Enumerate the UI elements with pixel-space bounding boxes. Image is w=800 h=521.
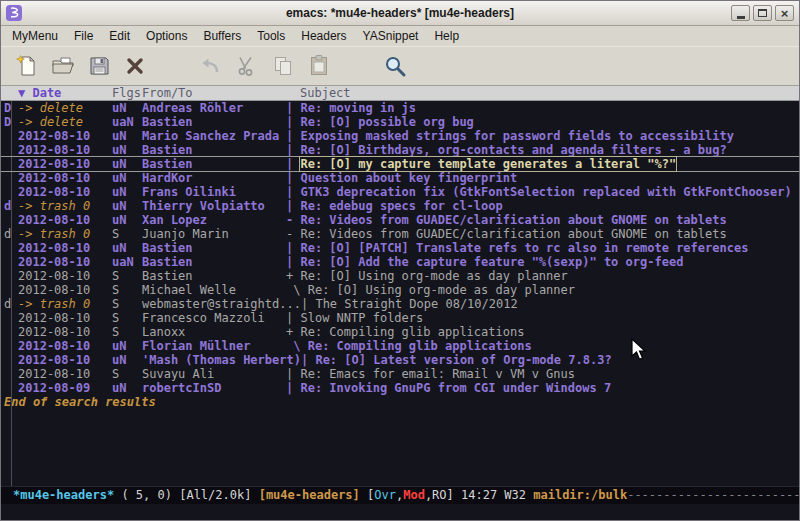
modeline-segment: ----------------------------------------: [627, 488, 799, 502]
from-cell: Mario Sanchez Prada: [142, 129, 286, 143]
buffer-area[interactable]: D-> deleteuNAndreas Röhler| Re: moving i…: [1, 101, 799, 486]
menu-item-tools[interactable]: Tools: [249, 27, 293, 45]
save-button[interactable]: [85, 52, 113, 80]
mark-cell: d: [1, 297, 18, 311]
subject-cell: Re: Compiling glib applications: [300, 325, 524, 339]
menu-item-options[interactable]: Options: [138, 27, 195, 45]
column-header-date[interactable]: ▼ Date: [18, 86, 112, 100]
flags-cell: uN: [112, 199, 142, 213]
column-header-subject[interactable]: Subject: [286, 86, 351, 100]
flags-cell: S: [112, 297, 142, 311]
subject-cell: Exposing masked strings for password fie…: [300, 129, 733, 143]
message-row[interactable]: D-> deleteuaNBastien| Re: [O] possible o…: [1, 115, 799, 129]
message-row[interactable]: 2012-08-10uNXan Lopez- Re: Videos from G…: [1, 213, 799, 227]
flags-cell: S: [112, 325, 142, 339]
message-row[interactable]: 2012-08-10uNBastien| Re: [O] Birthdays, …: [1, 143, 799, 157]
flags-cell: uN: [112, 381, 142, 395]
kill-buffer-button[interactable]: [121, 52, 149, 80]
menu-bar: MyMenuFileEditOptionsBuffersToolsHeaders…: [1, 26, 799, 46]
subject-cell: Slow NNTP folders: [300, 311, 423, 325]
message-row[interactable]: 2012-08-10uNMario Sanchez Prada| Exposin…: [1, 129, 799, 143]
message-row[interactable]: 2012-08-10uNHardKor| Question about key …: [1, 171, 799, 185]
from-cell: Michael Welle: [142, 283, 286, 297]
message-row[interactable]: 2012-08-10SLanoxx+ Re: Compiling glib ap…: [1, 325, 799, 339]
message-row[interactable]: 2012-08-10uNBastien| Re: [O] my capture …: [1, 157, 799, 171]
menu-item-file[interactable]: File: [66, 27, 101, 45]
message-row[interactable]: 2012-08-09uNrobertcInSD| Re: Invoking Gn…: [1, 381, 799, 395]
message-row[interactable]: 2012-08-10uaNBastien| Re: [O] Add the ca…: [1, 255, 799, 269]
mark-cell: D: [1, 101, 18, 115]
date-cell: -> delete: [18, 101, 112, 115]
mode-line[interactable]: *mu4e-headers* ( 5, 0) [All/2.0k] [mu4e-…: [1, 486, 799, 504]
message-row[interactable]: D-> deleteuNAndreas Röhler| Re: moving i…: [1, 101, 799, 115]
search-icon: [383, 54, 407, 78]
mark-cell: [1, 381, 18, 395]
message-row[interactable]: 2012-08-10uNFrans Oilinki| GTK3 deprecat…: [1, 185, 799, 199]
close-button[interactable]: ×: [775, 5, 794, 21]
message-row[interactable]: 2012-08-10uN'Mash (Thomas Herbert)| Re: …: [1, 353, 799, 367]
thread-sep-cell: |: [286, 129, 300, 143]
mark-cell: [1, 157, 18, 171]
menu-item-buffers[interactable]: Buffers: [195, 27, 249, 45]
mark-cell: [1, 171, 18, 185]
mark-cell: [1, 311, 18, 325]
from-cell: Bastien: [142, 269, 286, 283]
date-cell: 2012-08-10: [18, 311, 112, 325]
new-file-button[interactable]: [13, 52, 41, 80]
search-button[interactable]: [381, 52, 409, 80]
subject-cell: Re: [O] Using org-mode as day planner: [308, 283, 575, 297]
from-cell: 'Mash (Thomas Herbert): [142, 353, 301, 367]
mark-cell: d: [1, 199, 18, 213]
message-row[interactable]: 2012-08-10uNBastien| Re: [O] [PATCH] Tra…: [1, 241, 799, 255]
from-cell: Bastien: [142, 157, 286, 171]
subject-cell: Re: Videos from GUADEC/clarification abo…: [300, 213, 726, 227]
message-row[interactable]: 2012-08-10SFrancesco Mazzoli| Slow NNTP …: [1, 311, 799, 325]
thread-sep-cell: |: [286, 185, 300, 199]
mark-cell: [1, 185, 18, 199]
mark-cell: [1, 129, 18, 143]
date-cell: 2012-08-10: [18, 353, 112, 367]
new-file-icon: [15, 54, 39, 78]
date-cell: 2012-08-09: [18, 381, 112, 395]
maximize-button[interactable]: [753, 5, 772, 21]
from-cell: Bastien: [142, 115, 286, 129]
menu-item-edit[interactable]: Edit: [101, 27, 138, 45]
emacs-window: emacs: *mu4e-headers* [mu4e-headers] × M…: [0, 0, 800, 521]
message-row[interactable]: d-> trash 0SJuanjo Marin- Re: Videos fro…: [1, 227, 799, 241]
menu-item-headers[interactable]: Headers: [293, 27, 354, 45]
menu-item-help[interactable]: Help: [426, 27, 467, 45]
message-row[interactable]: 2012-08-10SBastien+ Re: [O] Using org-mo…: [1, 269, 799, 283]
from-cell: Thierry Volpiatto: [142, 199, 286, 213]
mark-cell: [1, 255, 18, 269]
message-row[interactable]: 2012-08-10uNFlorian Müllner \ Re: Compil…: [1, 339, 799, 353]
date-cell: 2012-08-10: [18, 241, 112, 255]
menu-item-yasnippet[interactable]: YASnippet: [355, 27, 427, 45]
message-row[interactable]: d-> trash 0Swebmaster@straightd...| The …: [1, 297, 799, 311]
thread-sep-cell: |: [286, 381, 300, 395]
message-row[interactable]: d-> trash 0uNThierry Volpiatto| Re: edeb…: [1, 199, 799, 213]
toolbar-separator: [157, 52, 197, 80]
message-row[interactable]: 2012-08-10SSuvayu Ali| Re: Emacs for ema…: [1, 367, 799, 381]
mark-cell: [1, 269, 18, 283]
message-row[interactable]: 2012-08-10SMichael Welle \ Re: [O] Using…: [1, 283, 799, 297]
end-of-results-text: End of search results: [1, 395, 799, 409]
flags-cell: uN: [112, 353, 142, 367]
menu-item-mymenu[interactable]: MyMenu: [4, 27, 66, 45]
date-cell: 2012-08-10: [18, 283, 112, 297]
open-file-button[interactable]: [49, 52, 77, 80]
cut-button: [233, 52, 261, 80]
minibuffer[interactable]: [1, 504, 799, 520]
column-header-flags[interactable]: Flgs: [112, 86, 142, 100]
minimize-button[interactable]: [731, 5, 750, 21]
column-header-from[interactable]: From/To: [142, 86, 286, 100]
flags-cell: S: [112, 367, 142, 381]
title-bar[interactable]: emacs: *mu4e-headers* [mu4e-headers] ×: [1, 1, 799, 26]
date-cell: 2012-08-10: [18, 129, 112, 143]
from-cell: robertcInSD: [142, 381, 286, 395]
flags-cell: uaN: [112, 255, 142, 269]
flags-cell: S: [112, 311, 142, 325]
subject-cell: Re: moving in js: [300, 101, 416, 115]
from-cell: Lanoxx: [142, 325, 286, 339]
window-controls: ×: [728, 5, 794, 21]
subject-cell: Re: edebug specs for cl-loop: [300, 199, 502, 213]
